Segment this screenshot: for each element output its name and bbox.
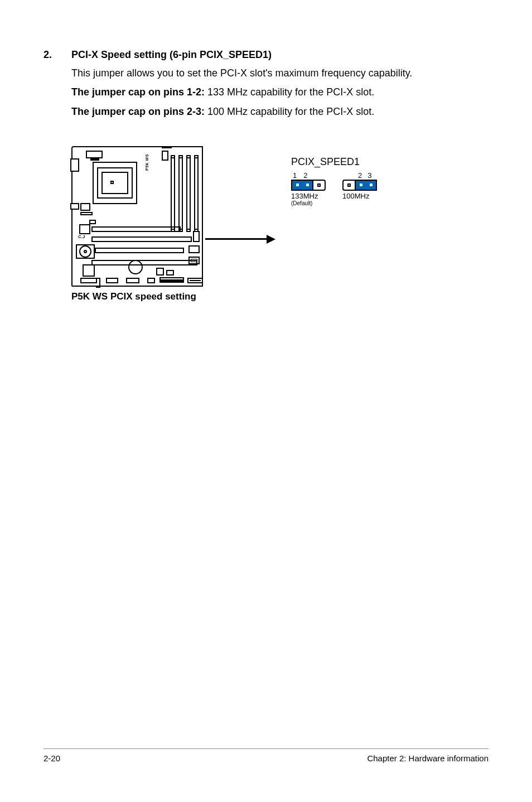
left-port-3 xyxy=(80,203,90,211)
bottom-connector xyxy=(147,278,155,283)
jumper-label-left: 133MHz xyxy=(291,192,326,200)
ram-slot xyxy=(186,157,191,230)
section-heading: 2. PCI-X Speed setting (6-pin PCIX_SPEED… xyxy=(43,49,489,61)
jumper-label-right: 100MHz xyxy=(342,192,377,200)
pin-numbers-left: 1 2 xyxy=(291,171,326,180)
board-model-label: P5K WS xyxy=(145,154,149,171)
page-footer: 2-20 Chapter 2: Hardware information xyxy=(43,748,489,763)
page-content: 2. PCI-X Speed setting (6-pin PCIX_SPEED… xyxy=(0,0,532,302)
expansion-slot xyxy=(91,260,197,265)
left-port-4 xyxy=(89,220,96,224)
cpu-inner xyxy=(101,172,128,194)
diagram-caption: P5K WS PCIX speed setting xyxy=(71,291,203,302)
mobo-column: P5K WS C.J xyxy=(71,146,203,302)
open-pin-icon xyxy=(313,180,326,191)
jumper-title: PCIX_SPEED1 xyxy=(291,156,377,168)
pin-numbers-right: 2 3 xyxy=(342,171,377,180)
arrow-line xyxy=(205,238,267,240)
jumper-pins-left xyxy=(291,180,326,191)
jumper-pins-right xyxy=(342,180,377,191)
ram-slot xyxy=(178,157,183,230)
motherboard-diagram: P5K WS C.J xyxy=(71,146,203,287)
south-chip xyxy=(128,260,143,274)
top-connector-2 xyxy=(162,151,168,161)
pins12-bold: The jumper cap on pins 1-2: xyxy=(71,86,205,98)
right-connector xyxy=(188,245,200,253)
pin-num: 2 xyxy=(303,171,307,180)
expansion-slot xyxy=(91,226,181,232)
pin-square xyxy=(317,183,321,187)
pointer-arrow xyxy=(205,235,275,244)
cpu-pin xyxy=(110,181,114,184)
pins12-rest: 133 MHz capability for the PCI-X slot. xyxy=(205,86,374,98)
bottom-block xyxy=(156,268,164,276)
pin-num: 3 xyxy=(367,171,371,180)
bottom-connector xyxy=(159,279,184,283)
bottom-connector xyxy=(106,278,118,283)
right-connector xyxy=(193,231,200,242)
pin-num: 1 xyxy=(293,171,297,180)
expansion-slot xyxy=(95,248,184,253)
left-port-3b xyxy=(80,212,93,215)
bottom-left-block xyxy=(83,264,95,277)
jumper-cap-icon xyxy=(291,180,313,191)
ram-slot xyxy=(171,157,175,230)
diagram-row: P5K WS C.J xyxy=(71,146,377,302)
mid-block xyxy=(79,224,90,234)
jumper-row: 1 2 133MHz (Default) xyxy=(291,171,377,206)
bottom-connector xyxy=(126,278,139,283)
pin-dot xyxy=(370,183,373,186)
page-number: 2-20 xyxy=(43,753,60,763)
top-connector-1 xyxy=(86,151,103,158)
jumper-block: PCIX_SPEED1 1 2 xyxy=(291,156,377,206)
chip-circle xyxy=(79,245,91,258)
expansion-slot xyxy=(91,236,192,242)
open-pin-icon xyxy=(342,180,355,191)
jumper-default-label: (Default) xyxy=(291,200,326,206)
section-title: PCI-X Speed setting (6-pin PCIX_SPEED1) xyxy=(71,49,272,61)
jumper-cap-icon xyxy=(355,180,377,191)
pins23-rest: 100 MHz capability for the PCI-X slot. xyxy=(205,106,374,117)
section-number: 2. xyxy=(43,49,71,61)
pin-square xyxy=(347,183,351,187)
chapter-label: Chapter 2: Hardware information xyxy=(367,753,489,763)
pins12-text: The jumper cap on pins 1-2: 133 MHz capa… xyxy=(71,85,489,99)
bottom-block-c xyxy=(166,270,174,276)
cj-label: C.J xyxy=(78,234,85,239)
bottom-connector xyxy=(187,278,203,283)
left-port-1 xyxy=(70,158,79,172)
jumper-group-right: 2 3 100MHz xyxy=(342,171,377,206)
top-connector-2-lip xyxy=(162,147,172,148)
arrow-head-icon xyxy=(267,235,275,244)
pins23-bold: The jumper cap on pins 2-3: xyxy=(71,106,205,117)
pin-dot xyxy=(296,183,299,186)
bottom-connector xyxy=(80,278,97,283)
jumper-group-left: 1 2 133MHz (Default) xyxy=(291,171,326,206)
pin-dot xyxy=(306,183,309,186)
cpu-mid xyxy=(97,167,133,199)
intro-text: This jumper allows you to set the PCI-X … xyxy=(71,66,489,80)
diagram-section: P5K WS C.J xyxy=(71,146,489,302)
right-connector xyxy=(188,257,200,264)
cpu-socket xyxy=(93,162,137,204)
jumper-detail: PCIX_SPEED1 1 2 xyxy=(203,146,377,302)
pin-num: 2 xyxy=(358,171,362,180)
ram-slot xyxy=(194,157,199,230)
pins23-text: The jumper cap on pins 2-3: 100 MHz capa… xyxy=(71,105,489,118)
left-port-2 xyxy=(70,203,79,210)
pin-dot xyxy=(360,183,362,186)
